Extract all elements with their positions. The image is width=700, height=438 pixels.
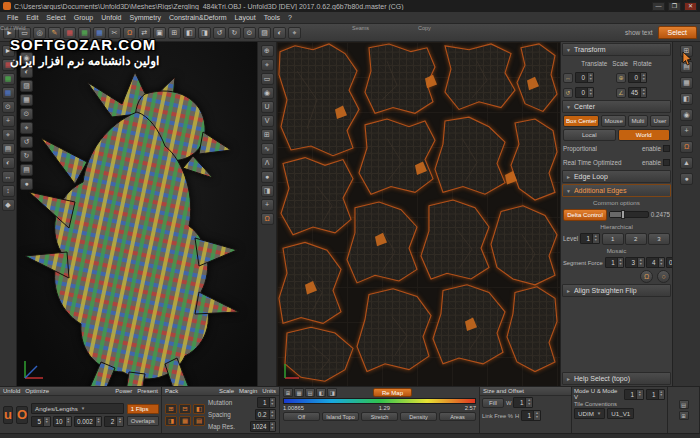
paste-grid-icon[interactable]: ⊞ [168,27,181,39]
magnet-panel-icon[interactable]: Ω [680,141,693,153]
show-text-toggle[interactable]: show text [625,29,652,36]
space-mode-button[interactable]: World [618,129,671,141]
udim-dropdown[interactable]: UDIM▼ [574,408,605,419]
density-gradient-bar[interactable] [283,398,476,404]
display-mode-button[interactable]: Areas [439,412,476,421]
gem-icon[interactable]: ◆ [2,199,15,211]
pack-value-spinner[interactable]: 1▲▼ [257,397,276,408]
texture-grid-icon[interactable]: ⊞ [679,411,689,420]
redo-icon[interactable]: ↻ [228,27,241,39]
mode-u-spinner[interactable]: 1▲▼ [624,389,643,400]
layers-icon[interactable]: ▤ [2,143,15,155]
sync-views-icon[interactable]: ⊕ [261,45,274,57]
circle-tool-button[interactable]: ○ [657,270,670,283]
minimize-button[interactable]: — [652,2,665,11]
width-spinner[interactable]: 1▲▼ [513,397,532,408]
delta-control-slider[interactable] [609,211,649,218]
focus-icon[interactable]: ⊙ [2,101,15,113]
pack-mesh-icon[interactable]: ▦ [179,416,191,426]
textured-view-icon[interactable]: ▨ [20,80,33,92]
level-preset-button[interactable]: 2 [625,233,647,245]
menu-item[interactable]: File [3,13,22,22]
pivot-icon[interactable]: ⌖ [288,27,301,39]
rotate-step-spinner[interactable]: 0▲▼ [575,87,594,98]
center-mode-button[interactable]: Mouse [601,115,625,127]
fill-button[interactable]: Fill [482,398,504,408]
viewport-uv[interactable] [277,42,560,386]
shade-icon[interactable]: ◐ [273,27,286,39]
angle-step-spinner[interactable]: 45▲▼ [628,87,647,98]
uv-rows-icon[interactable]: ▤ [305,388,315,397]
layers-icon[interactable]: ▤ [20,164,33,176]
blue-channel-icon[interactable]: ▦ [2,87,15,99]
wireframe-view-icon[interactable]: ▦ [20,94,33,106]
uv-right-icon[interactable]: ◨ [327,388,337,397]
menu-item[interactable]: Select [42,13,69,22]
optimize-logo-button[interactable]: O [16,406,28,424]
pack-value-spinner[interactable]: 1024▲▼ [250,421,276,432]
edge-loop-section-header[interactable]: ► Edge Loop [562,170,671,183]
uv-left-icon[interactable]: ◧ [316,388,326,397]
pack-left-icon[interactable]: ◧ [193,404,205,414]
pack-grid-icon[interactable]: ⊞ [165,404,177,414]
transform-mode[interactable]: Translate [581,60,607,67]
menu-item[interactable]: Unfold [97,13,125,22]
pack-value-spinner[interactable]: 0.2▲▼ [255,409,276,420]
texture-icon[interactable]: ▨ [258,27,271,39]
unfold-tab[interactable]: Unfold [3,388,20,394]
focus-selection-icon[interactable]: ⊙ [20,108,33,120]
present-button[interactable]: Present [137,388,158,394]
magnet-icon[interactable]: Ω [261,213,274,225]
segment-value-spinner[interactable]: 4▲▼ [646,257,665,268]
additional-edges-section-header[interactable]: ▼ Additional Edges [562,184,671,197]
menu-item[interactable]: Tools [260,13,284,22]
camera-icon[interactable]: ◉ [261,87,274,99]
center-section-header[interactable]: ▼ Center [562,100,671,113]
transform-section-header[interactable]: ▼ Transform [562,43,671,56]
u-axis-icon[interactable]: U [261,101,274,113]
remap-button[interactable]: Re Map [373,388,412,397]
viewport-3d[interactable]: ◉◐▨▦⊙⌖↺↻▤● [17,42,257,386]
align-section-header[interactable]: ► Align Straighten Flip [562,284,671,297]
pack-right-icon[interactable]: ◨ [165,416,177,426]
unfold-spinner[interactable]: 0.002▲▼ [74,416,102,427]
up-panel-icon[interactable]: ▲ [680,157,693,169]
close-button[interactable]: ✕ [684,2,697,11]
menu-item[interactable]: Layout [231,13,260,22]
symmetry-right-icon[interactable]: ◨ [198,27,211,39]
peak-icon[interactable]: Λ [261,157,274,169]
menu-item[interactable]: Group [70,13,97,22]
frame-all-icon[interactable]: ⌖ [20,122,33,134]
tile-name-field[interactable]: U1_V1 [607,408,634,419]
unfold-spinner[interactable]: 5▲▼ [31,416,50,427]
add-icon[interactable]: + [2,115,15,127]
pack-rows-icon[interactable]: ▤ [193,416,205,426]
target-icon[interactable]: ⌖ [2,129,15,141]
dot-icon[interactable]: ● [261,171,274,183]
unfold-mode-dropdown[interactable]: Angles/Lengths▼ [31,403,124,414]
center-mode-button[interactable]: Box Center [563,115,599,127]
marquee-icon[interactable]: ▭ [261,73,274,85]
undo-icon[interactable]: ↺ [213,27,226,39]
transform-mode[interactable]: Rotate [633,60,652,67]
unfold-logo-button[interactable]: u [3,406,13,424]
plus-icon[interactable]: + [261,199,274,211]
help-select-section-header[interactable]: ► Help Select (topo) [562,372,671,385]
v-axis-icon[interactable]: V [261,115,274,127]
center-mode-button[interactable]: User [650,115,670,127]
plus-panel-icon[interactable]: + [680,125,693,137]
menu-item[interactable]: ? [284,13,296,22]
camera-panel-icon[interactable]: ◉ [680,109,693,121]
segment-value-spinner[interactable]: 1▲▼ [605,257,624,268]
move-v-icon[interactable]: ↕ [2,185,15,197]
rotate-right-icon[interactable]: ↻ [20,150,33,162]
translate-step-spinner[interactable]: 0▲▼ [575,72,594,83]
menu-item[interactable]: Edit [22,13,42,22]
frame-uv-icon[interactable]: ⌖ [261,59,274,71]
uv-grid-icon[interactable]: ⊞ [283,388,293,397]
link-free-label[interactable]: Link Free % [482,413,513,419]
height-spinner[interactable]: 1▲▼ [521,410,540,421]
symmetry-left-icon[interactable]: ◧ [183,27,196,39]
unfold-spinner[interactable]: 10▲▼ [53,416,72,427]
dot-panel-icon[interactable]: ● [680,173,693,185]
